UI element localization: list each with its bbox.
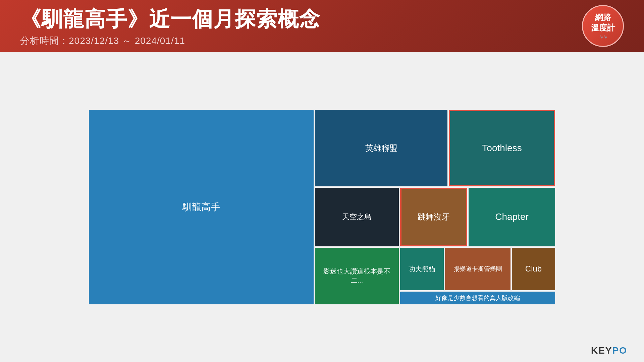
block-haoxiang[interactable]: 好像是少數會想看的真人版改編 <box>400 292 555 304</box>
logo-wave: ∿∿ <box>599 34 607 40</box>
right-bottom-right: 功夫熊貓 揚樂道卡斯管樂團 Club 好像是少數會想看的真人版改編 <box>400 248 555 304</box>
block-yingxiong[interactable]: 英雄聯盟 <box>315 110 447 186</box>
block-toothless-label: Toothless <box>482 143 522 154</box>
block-yangledao[interactable]: 揚樂道卡斯管樂團 <box>445 248 511 290</box>
block-main-label: 馴龍高手 <box>182 201 220 214</box>
logo-line2: 溫度計 <box>591 22 615 33</box>
block-gongfu-label: 功夫熊貓 <box>409 264 435 274</box>
keypo-logo: KEYPO <box>591 345 627 356</box>
header-text: 《馴龍高手》近一個月探索概念 分析時間：2023/12/13 ～ 2024/01… <box>20 5 321 47</box>
right-middle-row: 天空之島 跳舞沒牙 Chapter <box>315 188 555 246</box>
block-tiaowu[interactable]: 跳舞沒牙 <box>400 188 467 246</box>
right-column: 英雄聯盟 Toothless 天空之島 跳舞沒牙 Chapter <box>315 110 555 304</box>
block-main[interactable]: 馴龍高手 <box>89 110 314 304</box>
block-gongfu[interactable]: 功夫熊貓 <box>400 248 444 290</box>
right-bottom-row: 影迷也大讚這根本是不二... 功夫熊貓 揚樂道卡斯管樂團 Club <box>315 248 555 304</box>
block-yingmi[interactable]: 影迷也大讚這根本是不二... <box>315 248 399 304</box>
block-haoxiang-label: 好像是少數會想看的真人版改編 <box>435 294 520 302</box>
treemap-container: 馴龍高手 英雄聯盟 Toothless 天空之島 跳舞沒牙 <box>89 110 555 304</box>
right-top-row: 英雄聯盟 Toothless <box>315 110 555 186</box>
block-club-label: Club <box>525 264 542 274</box>
block-tiankong[interactable]: 天空之島 <box>315 188 399 246</box>
block-tiaowu-label: 跳舞沒牙 <box>418 212 450 222</box>
block-tiankong-label: 天空之島 <box>342 212 372 222</box>
block-toothless[interactable]: Toothless <box>449 110 555 186</box>
main-content: 馴龍高手 英雄聯盟 Toothless 天空之島 跳舞沒牙 <box>0 52 644 362</box>
logo-circle: 網路 溫度計 ∿∿ <box>582 5 624 47</box>
block-yangledao-label: 揚樂道卡斯管樂團 <box>454 265 502 273</box>
bottom-right-top: 功夫熊貓 揚樂道卡斯管樂團 Club <box>400 248 555 290</box>
block-club[interactable]: Club <box>512 248 555 290</box>
header: 《馴龍高手》近一個月探索概念 分析時間：2023/12/13 ～ 2024/01… <box>0 0 644 52</box>
block-chapter[interactable]: Chapter <box>469 188 555 246</box>
logo-line1: 網路 <box>595 12 611 22</box>
header-subtitle: 分析時間：2023/12/13 ～ 2024/01/11 <box>20 35 321 47</box>
block-yingxiong-label: 英雄聯盟 <box>365 143 397 154</box>
header-title: 《馴龍高手》近一個月探索概念 <box>20 5 321 33</box>
block-chapter-label: Chapter <box>495 212 529 222</box>
block-yingmi-label: 影迷也大讚這根本是不二... <box>318 267 395 285</box>
